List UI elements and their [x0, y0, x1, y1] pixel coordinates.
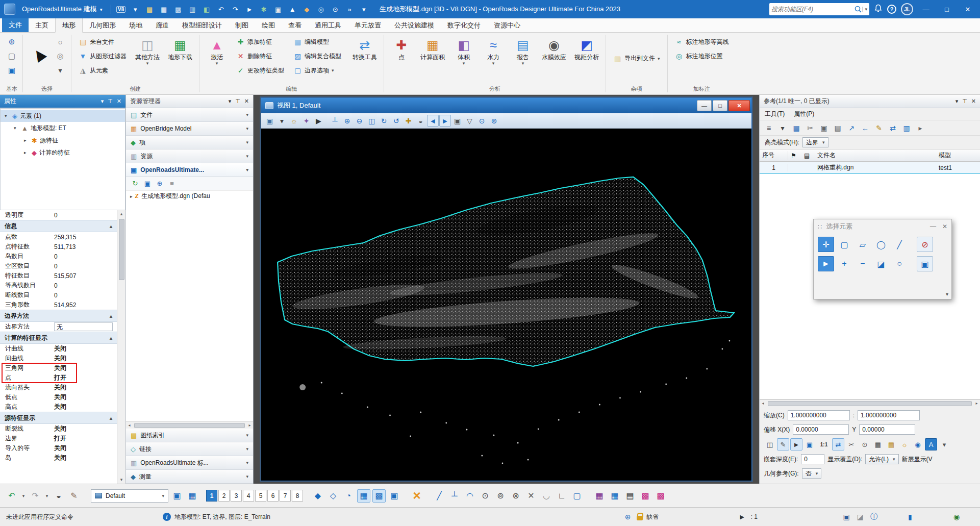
- ribbon-button[interactable]: ◮ 从元素: [76, 64, 130, 77]
- property-row[interactable]: 岛数目0: [0, 252, 117, 261]
- close-dialog-button[interactable]: ✕: [942, 223, 947, 230]
- expander-icon[interactable]: ▾: [5, 113, 10, 118]
- snap-bisector-icon[interactable]: ⊗: [509, 489, 522, 503]
- offset-y-input[interactable]: 0.00000: [859, 424, 915, 435]
- explorer-section-openroads[interactable]: ▣ OpenRoadsUltimate... ▾: [126, 163, 253, 177]
- ribbon-tab[interactable]: 查看: [282, 18, 308, 32]
- property-row[interactable]: 点数259,315: [0, 232, 117, 242]
- dialog-expand-arrow[interactable]: ▾: [946, 291, 948, 297]
- snap-parallel-icon[interactable]: ▢: [570, 489, 584, 503]
- select-shape-icon[interactable]: ▱: [855, 237, 871, 252]
- tree-item[interactable]: ▾ ▲ 地形模型: ET: [1, 122, 125, 134]
- pan-view-icon[interactable]: ✚: [403, 115, 414, 127]
- ribbon-tab[interactable]: 资源中心: [487, 18, 527, 32]
- property-row[interactable]: 空区数目0: [0, 261, 117, 271]
- search-input[interactable]: [771, 6, 854, 13]
- column-header-seq[interactable]: 序号: [760, 151, 788, 160]
- compress-icon[interactable]: ◧: [201, 4, 213, 15]
- activate-terrain-button[interactable]: ▲ 激活 ▾: [204, 35, 230, 67]
- lock-icon[interactable]: [637, 516, 643, 520]
- select-remove-icon[interactable]: −: [855, 256, 871, 271]
- property-row[interactable]: 流向箭头关闭: [0, 383, 117, 392]
- vba-macro-icon[interactable]: ✱: [258, 4, 270, 15]
- walk-fly-icon[interactable]: ◒: [415, 115, 426, 127]
- select-filled-icon[interactable]: ◪: [873, 256, 889, 271]
- scale-reference-input[interactable]: 1.000000000: [858, 410, 920, 420]
- georeference-select[interactable]: 否 ▾: [802, 468, 822, 479]
- tree-item[interactable]: ▾ ◈ 元素 (1): [1, 110, 125, 122]
- flag-column-icon[interactable]: ⚑: [788, 152, 801, 159]
- property-row[interactable]: 导入的等关闭: [0, 443, 117, 453]
- property-row[interactable]: 透明度0: [0, 210, 117, 220]
- view-number-button[interactable]: 8: [292, 490, 303, 502]
- close-icon[interactable]: ✕: [117, 98, 121, 105]
- ribbon-tab[interactable]: 绘图: [255, 18, 282, 32]
- view-number-button[interactable]: 4: [243, 490, 254, 502]
- select-block-icon[interactable]: ▢: [836, 237, 852, 252]
- ribbon-tab[interactable]: 制图: [229, 18, 255, 32]
- column-header-model[interactable]: 模型: [936, 151, 980, 160]
- tree-item[interactable]: ▸ ◆ 计算的特征: [1, 146, 125, 159]
- section-header-calculated-display[interactable]: 计算的特征显示 ▴: [0, 332, 117, 344]
- scale-master-input[interactable]: 1.000000000: [788, 410, 850, 420]
- property-row[interactable]: 边界方法无: [0, 322, 117, 332]
- copy-view-icon[interactable]: ▣: [451, 115, 463, 127]
- pin-icon[interactable]: ⊤: [962, 98, 967, 105]
- attach-reference-icon[interactable]: ▦: [790, 122, 802, 134]
- pointer-icon[interactable]: ▲: [287, 4, 298, 15]
- pointer-mode-icon[interactable]: ◆: [311, 489, 324, 503]
- ref-rotate-icon[interactable]: ⇄: [832, 438, 844, 450]
- vertical-scrollbar[interactable]: ▴ ▾: [117, 210, 125, 484]
- fence-mode-icon[interactable]: ▣: [388, 489, 401, 503]
- ref-snap-icon[interactable]: ✎: [777, 438, 789, 450]
- move-reference-icon[interactable]: ↗: [845, 122, 858, 134]
- display-style-arrow[interactable]: ▾: [276, 115, 288, 127]
- v8-format-select[interactable]: V8: [115, 4, 127, 15]
- property-row[interactable]: 计曲线关闭: [0, 344, 117, 354]
- view-number-button[interactable]: 5: [255, 490, 266, 502]
- pin-icon[interactable]: ⊤: [235, 98, 240, 105]
- select-line-icon[interactable]: ╱: [891, 237, 908, 252]
- view-number-button[interactable]: 1: [206, 490, 217, 502]
- scrollbar-thumb[interactable]: [768, 401, 972, 406]
- display-mode-icon[interactable]: ◒: [52, 489, 65, 503]
- ribbon-tab[interactable]: 文件: [2, 18, 29, 32]
- globe-icon[interactable]: ◉: [951, 512, 962, 522]
- ref-annotation-scale-icon[interactable]: A: [925, 438, 937, 450]
- list-options-icon[interactable]: ≡: [167, 179, 177, 189]
- help-icon[interactable]: ?: [887, 5, 896, 14]
- info-icon[interactable]: i: [163, 513, 171, 521]
- view-group-select[interactable]: Default ▾: [91, 489, 168, 503]
- section-header-source-display[interactable]: 源特征显示 ▴: [0, 412, 117, 424]
- ribbon-button[interactable]: ≈ 标注地形等高线: [672, 35, 732, 48]
- view-number-button[interactable]: 2: [218, 490, 230, 502]
- explorer-panel-header[interactable]: 资源管理器 ▾ ⊤ ✕: [126, 95, 253, 108]
- menu-properties[interactable]: 属性(P): [794, 110, 814, 118]
- presentation-list-icon[interactable]: ≡: [763, 122, 775, 134]
- nest-depth-input[interactable]: 0: [801, 454, 824, 464]
- cleanup-icon[interactable]: ◪: [855, 512, 865, 522]
- view-next-icon[interactable]: ►: [439, 115, 451, 127]
- preview-icon[interactable]: ▣: [142, 179, 153, 189]
- edit-reference-icon[interactable]: ✎: [873, 122, 885, 134]
- presentation-arrow[interactable]: ▾: [776, 122, 789, 134]
- explorer-section[interactable]: ◇ 链接 ▾: [126, 442, 253, 456]
- ribbon-button[interactable]: ▦ 编辑模型: [290, 35, 347, 48]
- close-window-button[interactable]: ✕: [960, 2, 976, 17]
- save-settings-icon[interactable]: ▩: [172, 4, 184, 15]
- restore-view-button[interactable]: □: [713, 100, 727, 111]
- close-view-button[interactable]: ✕: [728, 100, 750, 111]
- view-display-style-icon[interactable]: ▣: [264, 115, 275, 127]
- ref-display-icon[interactable]: ◫: [764, 438, 776, 450]
- redo-icon[interactable]: ↷: [230, 4, 241, 15]
- search-dropdown-arrow[interactable]: ▾: [862, 7, 867, 12]
- tile-windows-icon[interactable]: ▦: [186, 489, 199, 503]
- scroll-down-icon[interactable]: ▾: [120, 476, 123, 484]
- property-row[interactable]: 高点关闭: [0, 402, 117, 412]
- snap-status-icon[interactable]: ⊕: [623, 512, 633, 522]
- view-number-button[interactable]: 6: [267, 490, 279, 502]
- ribbon-button[interactable]: ▤ 来自文件: [76, 35, 130, 48]
- ribbon-button[interactable]: ◧ 体积 ▾: [450, 35, 477, 67]
- save-icon[interactable]: ▦: [158, 4, 170, 15]
- notifications-bell-icon[interactable]: [874, 4, 883, 14]
